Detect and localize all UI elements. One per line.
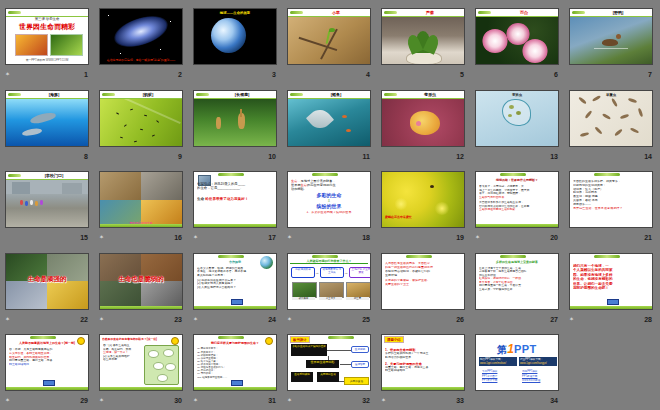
slide-30-strip: ✶30 bbox=[99, 394, 183, 407]
slide-28-thumbnail[interactable]: 我们只有一个地球，一个人类赖以生存的共同家园。如果没有地球上多样的生命，也就没有… bbox=[569, 253, 653, 310]
transition-star-icon[interactable]: ✶ bbox=[287, 316, 292, 322]
slide-7-thumbnail[interactable]: [野鸭] bbox=[569, 8, 653, 65]
green-wave-decoration bbox=[500, 255, 526, 258]
slide-photo bbox=[100, 99, 182, 146]
slide-text-block: 人与自然是生命共同体。大自然中的每一种生命都值得我们尊重和善待。不随意伤害动植物… bbox=[385, 260, 461, 287]
diagram-box: 世界因生命而精彩 bbox=[306, 360, 339, 368]
return-button[interactable] bbox=[607, 299, 619, 305]
transition-star-icon[interactable]: ✶ bbox=[99, 316, 104, 322]
slide-2-thumbnail[interactable]: 在浩瀚无边的宇宙间，有着一颗美丽“蔚蓝”的星球—— bbox=[99, 8, 183, 65]
transition-star-icon[interactable]: ✶ bbox=[569, 316, 574, 322]
slide-31-thumbnail[interactable]: 我们应怎样关爱与呵护周围的生命？(1) 爱护花草树木；(2) 不践踏草坪；(3)… bbox=[193, 334, 277, 391]
slide-cell-30: 自然界的生命之间有着怎样的联系？(议一议)答：(1) 各种生命相互依赖、相互制约… bbox=[97, 333, 191, 410]
slide-22-strip: ✶22 bbox=[5, 313, 89, 326]
transition-star-icon[interactable]: ✶ bbox=[5, 71, 10, 77]
transition-star-icon[interactable]: ✶ bbox=[193, 234, 198, 240]
slide-24-thumbnail[interactable]: 合作探究在不少人看来，动物、植物的生命微不足道，地球资源取之不尽、用之不竭。果真… bbox=[193, 253, 277, 310]
slide-32-thumbnail[interactable]: 板书设计多彩的生命构成了缤纷的世界生机勃勃世界因生命而精彩值得珍爱生命受到威胁关… bbox=[287, 334, 371, 391]
slide-5-thumbnail[interactable]: 芦荟 bbox=[381, 8, 465, 65]
grass-logo-icon bbox=[8, 174, 21, 177]
transition-star-icon[interactable]: ✶ bbox=[287, 234, 292, 240]
transition-star-icon[interactable]: ✶ bbox=[287, 397, 292, 403]
slide-number: 27 bbox=[550, 316, 558, 323]
slide-29-thumbnail[interactable]: 人类能否随意践踏地球上的生命？(想一想)答：不能。凡是生命都有其存在的意义与价值… bbox=[5, 334, 89, 391]
slide-photo bbox=[288, 17, 370, 64]
slide-19-thumbnail[interactable]: 蜜蜂在花丛中采蜜忙 bbox=[381, 171, 465, 228]
slide-decoration bbox=[340, 364, 351, 365]
slide-decoration bbox=[40, 200, 43, 205]
slide-decoration bbox=[170, 21, 171, 22]
section-tab: 板书设计 bbox=[290, 336, 310, 343]
link-list[interactable]: 节日PPT模板PPT背景图片PPT课件下载 bbox=[482, 370, 516, 382]
slide-decoration bbox=[120, 136, 123, 138]
slide-13-thumbnail[interactable]: 变形虫 bbox=[475, 90, 559, 147]
slide-33-strip: ✶33 bbox=[381, 394, 465, 407]
slide-23-thumbnail[interactable]: 生命也是脆弱的 bbox=[99, 253, 183, 310]
slide-cell-25: 人类破坏环境的行为带来了什么？乱砍滥伐森林动物无家可归 水土流失土地沙化 沙尘暴… bbox=[285, 252, 379, 333]
slide-8-thumbnail[interactable]: [海豚] bbox=[5, 90, 89, 147]
slide-number: 31 bbox=[268, 397, 276, 404]
slide-cell-10: [长颈鹿]10 bbox=[191, 89, 285, 170]
download-banner[interactable]: 精品PPT模板下载：www.1ppt.com/moban/ bbox=[479, 357, 517, 366]
return-button[interactable] bbox=[43, 380, 55, 386]
slide-header-text: [蚂蚁] bbox=[116, 91, 180, 99]
slide-16-thumbnail[interactable]: 恶劣环境中的生命 bbox=[99, 171, 183, 228]
slide-9-thumbnail[interactable]: [蚂蚁] bbox=[99, 90, 183, 147]
transition-star-icon[interactable]: ✶ bbox=[193, 316, 198, 322]
transition-star-icon[interactable]: ✶ bbox=[99, 234, 104, 240]
slide-25-thumbnail[interactable]: 人类破坏环境的行为带来了什么？乱砍滥伐森林动物无家可归 水土流失土地沙化 沙尘暴… bbox=[287, 253, 371, 310]
slide-1-thumbnail[interactable]: 第三课 珍爱生命世界因生命而精彩第一PPT模板网 WWW.1PPT.COM bbox=[5, 8, 89, 65]
slide-decoration bbox=[522, 39, 548, 63]
slide-11-thumbnail[interactable]: [鳐鱼] bbox=[287, 90, 371, 147]
slide-decoration bbox=[211, 18, 246, 53]
slide-header-band: [学校门口] bbox=[6, 172, 88, 180]
diagram-box: 多彩的生命构成了缤纷的世界 bbox=[291, 344, 327, 356]
slide-3-thumbnail[interactable]: 地球——生命的摇篮 bbox=[193, 8, 277, 65]
first-ppt-logo: 第1PPT bbox=[476, 339, 558, 357]
slide-12-thumbnail[interactable]: 变形虫 bbox=[381, 90, 465, 147]
slide-21-thumbnail[interactable]: 大自然的生命多种多样、种类繁多，目前已知的生物种类有：动物界：鱼儿（海洋）植物界… bbox=[569, 171, 653, 228]
slide-photo bbox=[6, 180, 88, 227]
diagram-box: 关爱呵护生命 bbox=[317, 372, 339, 382]
slide-cell-31: 我们应怎样关爱与呵护周围的生命？(1) 爱护花草树木；(2) 不践踏草坪；(3)… bbox=[191, 333, 285, 410]
transition-star-icon[interactable]: ✶ bbox=[99, 397, 104, 403]
transition-star-icon[interactable]: ✶ bbox=[5, 397, 10, 403]
return-button[interactable] bbox=[231, 380, 243, 386]
slide-10-thumbnail[interactable]: [长颈鹿] bbox=[193, 90, 277, 147]
download-banner[interactable]: 行业PPT模板下载：www.1ppt.com/hangye/ bbox=[519, 357, 557, 366]
return-button[interactable] bbox=[231, 299, 243, 305]
slide-text-block: 生命，是地球上最珍贵的财富，世界因生命的存在而变得如此生动和精彩。多彩的生命⇩缤… bbox=[291, 178, 367, 214]
slide-decoration bbox=[30, 200, 33, 205]
slide-decoration bbox=[430, 185, 434, 188]
slide-cell-27: 多样的生命是地球上宝贵的财富世界上没有十全十美的生命，生命之间各有千秋，每种生命… bbox=[473, 252, 567, 333]
slide-20-thumbnail[interactable]: 细细品味：世界因什么而精彩？春天来了，冰雪消融，万物复苏，大地上一片生机盎然。小… bbox=[475, 171, 559, 228]
slide-15-thumbnail[interactable]: [学校门口] bbox=[5, 171, 89, 228]
slide-4-thumbnail[interactable]: 小草 bbox=[287, 8, 371, 65]
transition-star-icon[interactable]: ✶ bbox=[475, 234, 480, 240]
slide-number: 19 bbox=[456, 234, 464, 241]
slide-34-thumbnail[interactable]: 第1PPT精品PPT模板下载：www.1ppt.com/moban/行业PPT模… bbox=[475, 334, 559, 391]
slide-30-thumbnail[interactable]: 自然界的生命之间有着怎样的联系？(议一议)答：(1) 各种生命相互依赖、相互制约… bbox=[99, 334, 183, 391]
slide-decoration bbox=[292, 282, 317, 298]
slide-14-thumbnail[interactable]: 草履虫 bbox=[569, 90, 653, 147]
slide-26-thumbnail[interactable]: 人与自然是生命共同体。大自然中的每一种生命都值得我们尊重和善待。不随意伤害动植物… bbox=[381, 253, 465, 310]
link-list[interactable]: 优秀PPT模板PPT教程下载Word Excel教程 bbox=[522, 370, 556, 382]
slide-header-band: [长颈鹿] bbox=[194, 91, 276, 99]
slide-cell-23: 生命也是脆弱的✶23 bbox=[97, 252, 191, 333]
slide-decoration bbox=[611, 97, 618, 106]
transition-star-icon[interactable]: ✶ bbox=[5, 316, 10, 322]
transition-star-icon[interactable]: ✶ bbox=[193, 397, 198, 403]
slide-17-thumbnail[interactable]: 仿写句式：我见到最美的是____的生命，它是____________。生命 给世… bbox=[193, 171, 277, 228]
slide-6-thumbnail[interactable]: 百合 bbox=[475, 8, 559, 65]
slide-number: 15 bbox=[80, 234, 88, 241]
slide-22-thumbnail[interactable]: 生命是顽强的 bbox=[5, 253, 89, 310]
slide-5-strip: 5 bbox=[381, 68, 465, 81]
slide-13-strip: 13 bbox=[475, 150, 559, 163]
slide-number: 11 bbox=[363, 153, 370, 160]
slide-33-thumbnail[interactable]: 1、世界因生命而精彩多样的生命共同构成了一个充满生机与活力的缤纷世界。2、关爱与… bbox=[381, 334, 465, 391]
transition-star-icon[interactable]: ✶ bbox=[381, 397, 386, 403]
slide-18-thumbnail[interactable]: 生命，是地球上最珍贵的财富，世界因生命的存在而变得如此生动和精彩。多彩的生命⇩缤… bbox=[287, 171, 371, 228]
slide-27-thumbnail[interactable]: 多样的生命是地球上宝贵的财富世界上没有十全十美的生命，生命之间各有千秋，每种生命… bbox=[475, 253, 559, 310]
slide-27-strip: 27 bbox=[475, 313, 559, 326]
green-footer-bar bbox=[194, 387, 276, 390]
